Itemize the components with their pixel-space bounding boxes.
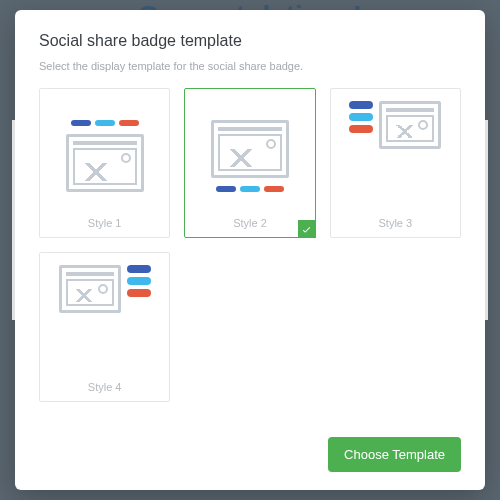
- modal-footer: Choose Template: [39, 427, 461, 472]
- image-placeholder-icon: [66, 134, 144, 192]
- template-preview: [195, 101, 304, 211]
- pill-icon: [127, 277, 151, 285]
- template-preview: [50, 265, 159, 375]
- selected-check-icon: [298, 220, 316, 238]
- template-grid: Style 1 Style 2: [39, 88, 461, 427]
- template-label: Style 4: [88, 381, 122, 393]
- template-option-style-3[interactable]: Style 3: [330, 88, 461, 238]
- template-label: Style 1: [88, 217, 122, 229]
- image-placeholder-icon: [59, 265, 121, 313]
- choose-template-button[interactable]: Choose Template: [328, 437, 461, 472]
- template-option-style-4[interactable]: Style 4: [39, 252, 170, 402]
- share-pills-right: [127, 265, 151, 297]
- pill-icon: [216, 186, 236, 192]
- pill-icon: [349, 125, 373, 133]
- share-pills-bottom: [216, 186, 284, 192]
- modal-subtitle: Select the display template for the soci…: [39, 60, 461, 72]
- pill-icon: [240, 186, 260, 192]
- pill-icon: [127, 265, 151, 273]
- share-pills-left: [349, 101, 373, 133]
- template-picker-modal: Social share badge template Select the d…: [15, 10, 485, 490]
- template-label: Style 3: [379, 217, 413, 229]
- pill-icon: [119, 120, 139, 126]
- pill-icon: [264, 186, 284, 192]
- pill-icon: [349, 101, 373, 109]
- pill-icon: [349, 113, 373, 121]
- pill-icon: [71, 120, 91, 126]
- pill-icon: [127, 289, 151, 297]
- template-option-style-2[interactable]: Style 2: [184, 88, 315, 238]
- modal-title: Social share badge template: [39, 32, 461, 50]
- image-placeholder-icon: [211, 120, 289, 178]
- template-preview: [341, 101, 450, 211]
- image-placeholder-icon: [379, 101, 441, 149]
- pill-icon: [95, 120, 115, 126]
- share-pills-top: [71, 120, 139, 126]
- template-option-style-1[interactable]: Style 1: [39, 88, 170, 238]
- template-preview: [50, 101, 159, 211]
- template-label: Style 2: [233, 217, 267, 229]
